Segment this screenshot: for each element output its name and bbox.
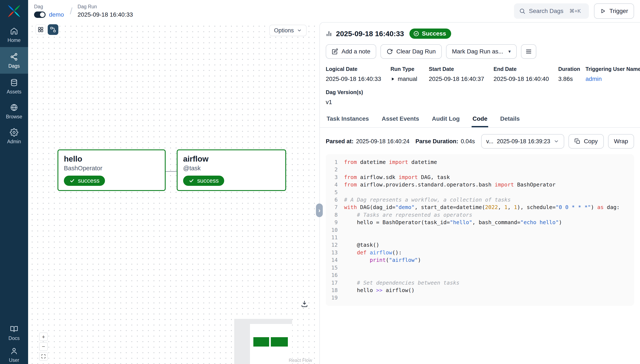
add-note-label: Add a note: [342, 48, 370, 55]
clear-dag-run-button[interactable]: Clear Dag Run: [380, 44, 442, 59]
sidebar-item-label: Assets: [6, 89, 21, 95]
workflow-icon: [50, 26, 56, 32]
meta-duration: Duration 3.86s: [558, 66, 580, 82]
sidebar-item-label: Docs: [8, 336, 20, 341]
run-actions: Add a note Clear Dag Run Mark Dag Run as…: [326, 44, 634, 59]
refresh-icon: [386, 48, 393, 55]
download-icon: [301, 300, 308, 308]
run-title: 2025-09-18 16:40:33: [336, 30, 404, 38]
code-toolbar-right: v... 2025-09-18 16:39:23 Copy Wrap: [481, 134, 634, 148]
tab-audit-log[interactable]: Audit Log: [431, 112, 461, 127]
chevron-down-icon: [554, 138, 559, 144]
minimap-node: [271, 337, 288, 346]
tab-code[interactable]: Code: [472, 112, 488, 127]
sidebar-item-user[interactable]: User: [0, 342, 28, 364]
code-toolbar: Parsed at: 2025-09-18 16:40:24 Parse Dur…: [326, 134, 634, 148]
dag-graph-panel: Options hello BashOperator success airfl…: [28, 22, 315, 364]
user-icon: [10, 347, 18, 355]
copy-icon: [574, 138, 580, 144]
code-line: 15: [330, 264, 630, 272]
code-line: 1from datetime import datetime: [330, 158, 630, 166]
toggle-knob: [40, 12, 45, 17]
graph-view-button[interactable]: [48, 24, 58, 35]
wrap-code-button[interactable]: Wrap: [608, 134, 634, 148]
docs-book-icon: [10, 325, 18, 333]
code-line: 4from airflow.providers.standard.operato…: [330, 181, 630, 188]
code-line: 13 def airflow():: [330, 249, 630, 256]
dags-icon: [10, 52, 18, 61]
panel-gutter: [315, 22, 319, 364]
mark-dag-run-as-button[interactable]: Mark Dag Run as... ▾: [446, 44, 517, 59]
sidebar-item-admin[interactable]: Admin: [0, 124, 28, 148]
sidebar-item-docs[interactable]: Docs: [0, 320, 28, 342]
graph-minimap[interactable]: [234, 319, 292, 364]
code-line: 10: [330, 226, 630, 234]
dag-run-id: 2025-09-18 16:40:33: [78, 11, 133, 18]
code-line: 8 # Tasks are represented as operators: [330, 211, 630, 218]
breadcrumb-separator: /: [70, 6, 72, 16]
copy-code-button[interactable]: Copy: [568, 134, 604, 148]
code-line: 18 hello >> airflow(): [330, 286, 630, 294]
sidebar: Home Dags Assets Browse: [0, 0, 28, 364]
dag-pause-toggle[interactable]: [34, 12, 46, 18]
sidebar-item-home[interactable]: Home: [0, 22, 28, 47]
dag-name-link[interactable]: demo: [49, 11, 64, 18]
trigger-label: Trigger: [609, 8, 628, 14]
breadcrumb-dag: Dag demo: [34, 4, 64, 18]
zoom-in-button[interactable]: +: [39, 332, 48, 341]
code-line: 14 print("airflow"): [330, 256, 630, 264]
chart-bars-icon: [326, 30, 332, 37]
topbar-right: Search Dags ⌘+K Trigger: [514, 4, 634, 19]
main-area: Dag demo / Dag Run 2025-09-18 16:40:33 S…: [28, 0, 640, 364]
run-metadata: Logical Date 2025-09-18 16:40:33 Run Typ…: [326, 66, 634, 82]
panel-collapse-handle[interactable]: ›: [316, 204, 323, 217]
trigger-button[interactable]: Trigger: [594, 4, 634, 19]
add-note-button[interactable]: Add a note: [326, 44, 376, 59]
task-status-badge: success: [64, 176, 105, 186]
zoom-out-button[interactable]: −: [39, 342, 48, 351]
code-line: 9 hello = BashOperator(task_id="hello", …: [330, 218, 630, 226]
code-line: 7with DAG(dag_id="demo", start_date=date…: [330, 204, 630, 211]
task-node-hello[interactable]: hello BashOperator success: [58, 150, 166, 191]
triggering-user-link[interactable]: admin: [586, 76, 640, 82]
meta-run-type: Run Type manual: [390, 66, 424, 82]
tab-task-instances[interactable]: Task Instances: [326, 112, 370, 127]
airflow-logo[interactable]: [0, 0, 28, 22]
play-solid-icon: [390, 77, 395, 81]
parsed-at: Parsed at: 2025-09-18 16:40:24: [326, 138, 410, 145]
grid-view-button[interactable]: [35, 24, 46, 35]
sidebar-item-browse[interactable]: Browse: [0, 98, 28, 124]
run-menu-button[interactable]: [521, 44, 536, 59]
tab-details[interactable]: Details: [499, 112, 520, 127]
sidebar-item-label: Home: [8, 38, 20, 43]
grid-icon: [38, 26, 44, 32]
code-line: 11: [330, 234, 630, 241]
chevron-down-icon: [297, 28, 302, 33]
dag-label: Dag: [34, 4, 64, 10]
search-label: Search Dags: [529, 8, 563, 14]
parse-duration: Parse Duration: 0.04s: [416, 138, 475, 145]
code-line: 16: [330, 272, 630, 279]
download-image-button[interactable]: [301, 300, 308, 308]
react-flow-attribution[interactable]: React Flow: [289, 358, 312, 363]
sidebar-item-dags[interactable]: Dags: [0, 47, 28, 74]
meta-triggering-user: Triggering User Name admin: [586, 66, 640, 82]
home-icon: [10, 27, 18, 35]
fit-view-button[interactable]: [39, 352, 48, 360]
task-operator: @task: [183, 165, 280, 172]
check-icon: [189, 178, 194, 184]
code-line: 5: [330, 188, 630, 196]
search-shortcut: ⌘+K: [569, 8, 581, 14]
tab-asset-events[interactable]: Asset Events: [381, 112, 420, 127]
dag-version-select[interactable]: v... 2025-09-18 16:39:23: [481, 134, 564, 148]
meta-start-date: Start Date 2025-09-18 16:40:37: [429, 66, 488, 82]
app-window: Home Dags Assets Browse: [0, 0, 640, 364]
task-node-airflow[interactable]: airflow @task success: [177, 150, 286, 191]
sidebar-item-assets[interactable]: Assets: [0, 74, 28, 98]
graph-options-select[interactable]: Options: [269, 25, 306, 36]
code-line: 19: [330, 294, 630, 302]
search-dags-button[interactable]: Search Dags ⌘+K: [514, 4, 589, 19]
play-icon: [600, 8, 606, 14]
detail-tabs: Task Instances Asset Events Audit Log Co…: [320, 112, 640, 128]
run-status-label: Success: [422, 30, 446, 37]
